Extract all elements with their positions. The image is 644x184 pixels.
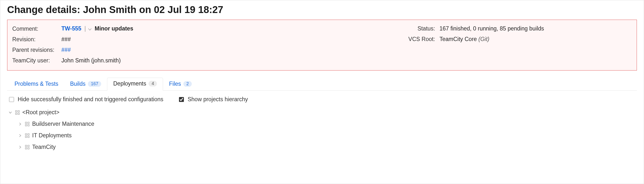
svg-rect-4 <box>25 122 27 124</box>
svg-rect-0 <box>16 110 17 112</box>
tab-label: Problems & Tests <box>14 80 58 87</box>
hide-success-checkbox-wrap[interactable]: Hide successfully finished and not trigg… <box>8 96 163 103</box>
svg-rect-13 <box>28 145 29 147</box>
svg-rect-10 <box>25 136 27 138</box>
chevron-right-icon[interactable] <box>18 134 22 138</box>
status-label: Status: <box>405 25 440 32</box>
tree-child-row[interactable]: TeamCity <box>8 141 637 153</box>
page-title: Change details: John Smith on 02 Jul 19 … <box>7 4 637 15</box>
tab-badge: 167 <box>88 81 101 87</box>
tab-problems-tests[interactable]: Problems & Tests <box>8 78 64 91</box>
teamcity-user-label: TeamCity user: <box>12 57 62 64</box>
chevron-down-icon[interactable] <box>88 26 92 32</box>
tree-child-label: IT Deployments <box>32 132 72 139</box>
show-hierarchy-checkbox[interactable] <box>179 97 184 102</box>
status-value: 167 finished, 0 running, 85 pending buil… <box>440 25 544 32</box>
svg-rect-3 <box>18 113 20 114</box>
tab-label: Deployments <box>113 80 146 87</box>
project-icon <box>25 145 30 150</box>
svg-rect-7 <box>28 124 29 126</box>
svg-rect-5 <box>28 122 29 124</box>
tree-child-label: Buildserver Maintenance <box>32 120 94 127</box>
change-details-page: Change details: John Smith on 02 Jul 19 … <box>0 0 644 184</box>
svg-rect-9 <box>28 134 29 135</box>
comment-value: TW-555 | Minor updates <box>62 25 133 32</box>
comment-row: Comment: TW-555 | Minor updates <box>12 23 376 34</box>
status-row: Status: 167 finished, 0 running, 85 pend… <box>405 23 544 34</box>
show-hierarchy-label: Show projects hierarchy <box>188 96 248 103</box>
parent-revisions-label: Parent revisions: <box>12 47 62 53</box>
vcs-root-name: TeamCity Core <box>440 36 478 42</box>
svg-rect-6 <box>25 124 27 126</box>
ticket-link[interactable]: TW-555 <box>62 25 81 32</box>
comment-text: Minor updates <box>95 25 133 32</box>
tree-child-row[interactable]: Buildserver Maintenance <box>8 118 637 130</box>
svg-rect-11 <box>28 136 29 138</box>
tab-deployments[interactable]: Deployments 4 <box>107 78 163 91</box>
change-details-box: Comment: TW-555 | Minor updates Revision… <box>7 20 637 70</box>
svg-rect-14 <box>25 148 27 149</box>
project-icon <box>25 133 30 138</box>
svg-rect-8 <box>25 134 27 135</box>
parent-revisions-row: Parent revisions: ### <box>12 45 376 55</box>
hide-success-label: Hide successfully finished and not trigg… <box>18 96 163 103</box>
details-right-column: Status: 167 finished, 0 running, 85 pend… <box>405 23 544 66</box>
chevron-down-icon[interactable] <box>8 110 12 115</box>
tree-root-label: <Root project> <box>22 109 60 116</box>
revision-row: Revision: ### <box>12 34 376 45</box>
project-icon <box>25 122 30 126</box>
svg-rect-15 <box>28 148 29 149</box>
revision-label: Revision: <box>12 36 62 43</box>
tab-label: Builds <box>70 80 86 87</box>
comment-label: Comment: <box>12 26 62 32</box>
parent-revisions-value: ### <box>62 47 71 53</box>
tab-builds[interactable]: Builds 167 <box>64 78 107 91</box>
svg-rect-2 <box>16 113 17 114</box>
show-hierarchy-checkbox-wrap[interactable]: Show projects hierarchy <box>178 96 248 103</box>
tab-badge: 2 <box>184 81 192 87</box>
project-icon <box>15 110 20 115</box>
tab-files[interactable]: Files 2 <box>163 78 198 91</box>
tree-child-row[interactable]: IT Deployments <box>8 130 637 141</box>
details-left-column: Comment: TW-555 | Minor updates Revision… <box>12 23 376 66</box>
parent-revision-link[interactable]: ### <box>62 47 71 53</box>
tab-badge: 4 <box>148 81 157 86</box>
vcs-root-label: VCS Root: <box>405 36 440 42</box>
vcs-root-value: TeamCity Core (Git) <box>440 36 489 42</box>
svg-rect-1 <box>18 110 20 112</box>
chevron-right-icon[interactable] <box>18 145 22 149</box>
vcs-root-type: (Git) <box>478 36 489 42</box>
tree-root-row[interactable]: <Root project> <box>8 106 637 118</box>
chevron-right-icon[interactable] <box>18 122 22 126</box>
tree-child-label: TeamCity <box>32 144 56 150</box>
hide-success-checkbox[interactable] <box>9 97 14 102</box>
vcs-root-row: VCS Root: TeamCity Core (Git) <box>405 34 544 44</box>
separator: | <box>84 25 86 32</box>
tab-label: Files <box>169 80 181 87</box>
revision-value: ### <box>62 36 71 43</box>
svg-rect-12 <box>25 145 27 147</box>
teamcity-user-row: TeamCity user: John Smith (john.smith) <box>12 55 376 66</box>
filter-row: Hide successfully finished and not trigg… <box>7 91 637 105</box>
teamcity-user-value: John Smith (john.smith) <box>62 57 121 64</box>
tab-bar: Problems & Tests Builds 167 Deployments … <box>7 78 637 91</box>
project-tree: <Root project> Buildserver Maintenance <box>7 105 637 153</box>
